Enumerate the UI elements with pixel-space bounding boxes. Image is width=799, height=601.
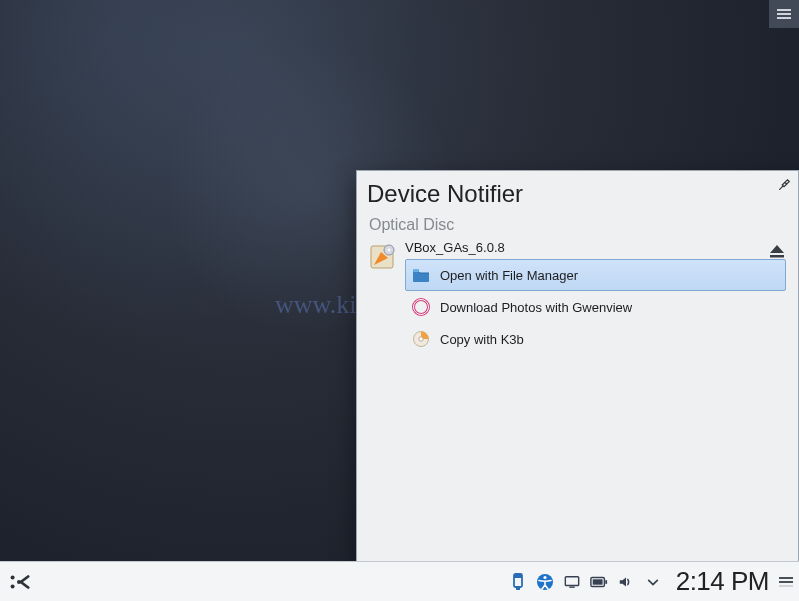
svg-rect-23 <box>605 580 607 584</box>
action-label: Copy with K3b <box>440 332 524 347</box>
k3b-icon <box>412 330 430 348</box>
kde-launcher-icon <box>8 571 30 593</box>
svg-rect-16 <box>516 588 520 590</box>
hamburger-icon <box>779 577 793 587</box>
panel-edit-handle[interactable] <box>769 0 799 28</box>
svg-point-18 <box>543 575 546 578</box>
action-label: Open with File Manager <box>440 268 578 283</box>
application-launcher[interactable] <box>6 569 32 595</box>
eject-button[interactable] <box>768 244 786 258</box>
gwenview-icon <box>412 298 430 316</box>
panel-menu-button[interactable] <box>779 577 793 587</box>
svg-point-8 <box>419 337 423 341</box>
device-category-label: Optical Disc <box>369 216 786 234</box>
device-notifier-tray-icon[interactable] <box>509 573 527 591</box>
device-actions: Open with File Manager Download Photos w… <box>405 259 786 355</box>
pin-button[interactable] <box>776 177 792 193</box>
action-copy-k3b[interactable]: Copy with K3b <box>405 323 786 355</box>
battery-icon[interactable] <box>590 573 608 591</box>
svg-point-3 <box>388 249 391 252</box>
device-entry[interactable]: VBox_GAs_6.0.8 Open with File Manager <box>363 238 792 355</box>
svg-point-6 <box>414 300 429 315</box>
svg-rect-19 <box>565 576 578 585</box>
action-open-file-manager[interactable]: Open with File Manager <box>405 259 786 291</box>
svg-rect-4 <box>413 269 419 272</box>
device-notifier-popup: Device Notifier Optical Disc VBox_GAs_6.… <box>356 170 799 562</box>
notifier-title: Device Notifier <box>367 180 788 208</box>
eject-icon <box>768 244 786 258</box>
pin-icon <box>777 178 791 192</box>
device-name: VBox_GAs_6.0.8 <box>405 240 786 255</box>
display-icon[interactable] <box>563 573 581 591</box>
svg-rect-10 <box>770 255 784 258</box>
system-tray <box>509 573 662 591</box>
svg-point-12 <box>11 584 15 588</box>
svg-marker-9 <box>770 245 784 253</box>
hamburger-icon <box>777 9 791 19</box>
svg-point-11 <box>11 575 15 579</box>
svg-rect-15 <box>514 574 522 578</box>
taskbar-panel: 2:14 PM <box>0 561 799 601</box>
volume-icon[interactable] <box>617 573 635 591</box>
accessibility-icon[interactable] <box>536 573 554 591</box>
tray-expand-button[interactable] <box>644 573 662 591</box>
chevron-down-icon <box>647 576 659 588</box>
svg-rect-22 <box>592 579 602 584</box>
clock[interactable]: 2:14 PM <box>676 566 769 597</box>
folder-icon <box>412 266 430 284</box>
optical-disc-icon <box>369 244 395 270</box>
action-label: Download Photos with Gwenview <box>440 300 632 315</box>
svg-rect-20 <box>569 586 574 587</box>
action-download-photos-gwenview[interactable]: Download Photos with Gwenview <box>405 291 786 323</box>
